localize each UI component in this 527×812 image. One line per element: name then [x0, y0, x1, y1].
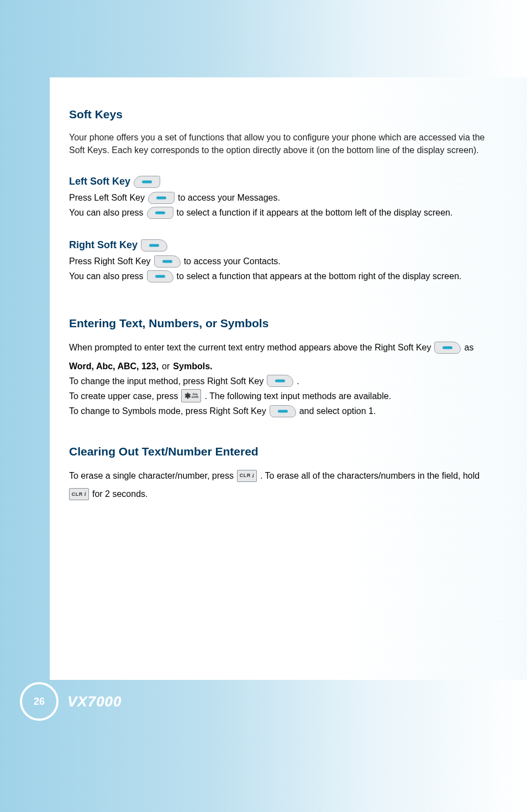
page-number: 26 [34, 696, 45, 708]
text: or [162, 359, 170, 374]
right-softkey-icon [267, 375, 293, 387]
entering-line4: To change to Symbols mode, press Right S… [69, 404, 494, 418]
right-softkey-title-row: Right Soft Key [69, 237, 494, 254]
text: . The following text input methods are a… [204, 389, 391, 404]
star-shift-key-icon: ✱A/ashift [181, 389, 201, 402]
right-softkey-line2: You can also press to select a function … [69, 269, 494, 284]
clr-key-icon: CLR i [237, 470, 257, 482]
text: to select a function if it appears at th… [177, 205, 453, 220]
text: To erase a single character/number, pres… [69, 468, 234, 483]
heading-clearing: Clearing Out Text/Number Entered [69, 445, 494, 458]
text: and select option 1. [299, 404, 376, 418]
entering-line2: To change the input method, press Right … [69, 374, 494, 389]
text: To change the input method, press Right … [69, 374, 264, 389]
text: You can also press [69, 205, 144, 220]
text: To create upper case, press [69, 389, 178, 404]
right-softkey-icon [141, 239, 167, 252]
text: to access your Messages. [178, 190, 280, 205]
right-softkey-icon [147, 270, 173, 282]
text: for 2 seconds. [92, 486, 148, 501]
text: Press Left Soft Key [69, 190, 145, 205]
heading-entering: Entering Text, Numbers, or Symbols [69, 317, 494, 330]
text: . To erase all of the characters/numbers… [260, 468, 479, 483]
right-softkey-icon [154, 255, 181, 268]
text: to access your Contacts. [184, 254, 281, 269]
text: to select a function that appears at the… [177, 269, 462, 284]
subheading-right-softkey: Right Soft Key [69, 237, 138, 254]
manual-page: Soft Keys Your phone offers you a set of… [0, 0, 527, 812]
page-footer: 26 VX7000 [0, 682, 527, 721]
clearing-line: To erase a single character/number, pres… [69, 468, 494, 501]
entering-line1: When prompted to enter text the current … [69, 340, 494, 373]
content-area: Soft Keys Your phone offers you a set of… [50, 77, 527, 680]
page-number-circle: 26 [20, 682, 59, 721]
text: as [464, 340, 473, 355]
left-softkey-title-row: Left Soft Key [69, 173, 494, 190]
left-softkey-icon [134, 176, 160, 188]
text: When prompted to enter text the current … [69, 340, 431, 355]
symbols-label: Symbols. [173, 359, 212, 374]
subheading-left-softkey: Left Soft Key [69, 173, 130, 190]
right-softkey-icon [434, 342, 461, 354]
input-modes: Word, Abc, ABC, 123, [69, 359, 159, 374]
model-name: VX7000 [67, 693, 122, 710]
left-softkey-icon [147, 207, 173, 219]
text: You can also press [69, 269, 144, 284]
text: Press Right Soft Key [69, 254, 151, 269]
left-softkey-icon [148, 192, 175, 204]
softkeys-intro: Your phone offers you a set of functions… [69, 131, 494, 156]
text: To change to Symbols mode, press Right S… [69, 404, 266, 418]
clr-key-icon: CLR i [69, 488, 89, 500]
right-softkey-icon [270, 405, 296, 417]
right-softkey-line1: Press Right Soft Key to access your Cont… [69, 254, 494, 269]
left-softkey-line2: You can also press to select a function … [69, 205, 494, 220]
heading-soft-keys: Soft Keys [69, 108, 494, 121]
text: . [297, 374, 299, 389]
left-softkey-line1: Press Left Soft Key to access your Messa… [69, 190, 494, 205]
entering-line3: To create upper case, press ✱A/ashift . … [69, 389, 494, 404]
